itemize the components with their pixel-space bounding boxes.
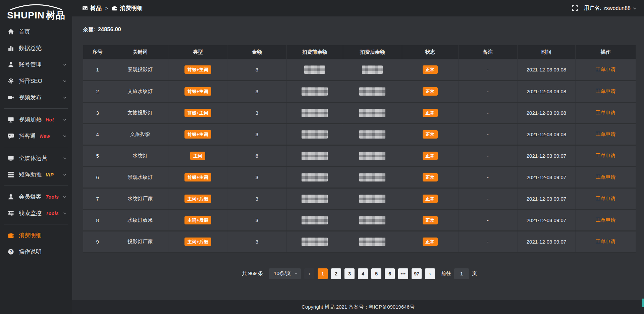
column-header: 备注	[458, 45, 517, 59]
member-icon	[8, 194, 14, 200]
breadcrumb-item-current[interactable]: 消费明细	[112, 4, 143, 12]
cell-balance-before	[286, 81, 343, 102]
page-number-button[interactable]: 4	[358, 268, 368, 279]
sidebar-divider	[4, 147, 68, 147]
cell-keyword: 文旅投影	[112, 123, 168, 145]
work-order-link[interactable]: 工单申请	[595, 239, 615, 244]
sidebar-item[interactable]: 线索监控Tools	[0, 205, 72, 221]
logo[interactable]: SHUPIN树品	[0, 0, 72, 23]
cell-remark: -	[458, 188, 517, 209]
sidebar-item[interactable]: 会员爆客Tools	[0, 189, 72, 205]
fullscreen-icon	[572, 5, 578, 11]
copyright-text: Copyright 树品 2021 备案号：粤ICP备09019646号	[302, 304, 415, 310]
balance-line: 余额:24856.00	[83, 27, 636, 33]
type-badge: 前缀+主词	[184, 173, 211, 181]
sidebar-item-badge: Tools	[46, 194, 59, 200]
sidebar-item[interactable]: 数据总览	[0, 40, 72, 56]
page-number-button[interactable]: 3	[344, 268, 355, 279]
screen-icon	[8, 155, 14, 161]
cell-balance-after	[343, 59, 402, 81]
goto-suffix: 页	[472, 270, 477, 277]
cell-status: 正常	[402, 102, 458, 123]
work-order-link[interactable]: 工单申请	[595, 196, 615, 201]
sliders-icon	[8, 210, 14, 216]
sidebar-item[interactable]: 抖客通New	[0, 128, 72, 144]
cell-keyword: 文旅投影灯	[112, 102, 168, 123]
user-menu[interactable]: 用户名: zswodun88	[584, 5, 637, 12]
masked-balance-after	[359, 152, 385, 160]
page-number-button[interactable]: 2	[331, 268, 341, 279]
cell-amount: 6	[227, 145, 286, 166]
work-order-link[interactable]: 工单申请	[595, 153, 615, 158]
work-order-link[interactable]: 工单申请	[595, 217, 615, 223]
cell-action: 工单申请	[575, 145, 636, 166]
topbar-right: 用户名: zswodun88	[572, 5, 637, 12]
masked-balance-before	[302, 238, 328, 246]
type-badge: 前缀+主词	[184, 65, 211, 74]
cell-type: 主词+后缀	[168, 188, 227, 209]
sidebar-item[interactable]: 视频发布	[0, 89, 72, 106]
sidebar-item[interactable]: 视频加热Hot	[0, 111, 72, 128]
status-badge: 正常	[423, 173, 438, 181]
cell-type: 前缀+主词	[168, 102, 227, 123]
breadcrumb-item-home[interactable]: 树品	[82, 4, 102, 12]
sidebar-item[interactable]: 消费明细	[0, 227, 72, 244]
status-badge: 正常	[423, 238, 438, 246]
sidebar-item[interactable]: 首页	[0, 23, 72, 40]
sidebar-item-badge: Hot	[46, 117, 54, 122]
consumption-table: 序号关键词类型金额扣费前余额扣费后余额状态备注时间操作 1 景观投影灯 前缀+主…	[83, 45, 636, 253]
cell-remark: -	[458, 102, 517, 123]
cell-amount: 3	[227, 209, 286, 231]
sidebar-item[interactable]: 矩阵助推VIP	[0, 166, 72, 183]
cell-action: 工单申请	[575, 209, 636, 231]
goto-page-input[interactable]	[454, 268, 469, 279]
page-number-button[interactable]: 6	[385, 268, 395, 279]
table-row: 1 景观投影灯 前缀+主词 3 正常 - 2021-12-03 09:08 工单…	[83, 59, 636, 81]
cell-type: 前缀+主词	[168, 81, 227, 102]
work-order-link[interactable]: 工单申请	[595, 88, 615, 94]
page-size-select[interactable]: 10条/页	[269, 268, 301, 279]
sidebar-item-badge: New	[40, 134, 50, 139]
prev-page-button[interactable]: ‹	[304, 268, 314, 279]
cell-action: 工单申请	[575, 59, 636, 81]
cell-action: 工单申请	[575, 102, 636, 123]
breadcrumb-label: 树品	[90, 4, 102, 12]
page-number-button[interactable]: 5	[371, 268, 381, 279]
masked-balance-after	[359, 216, 385, 224]
masked-balance-after	[359, 238, 385, 246]
cell-balance-before	[286, 231, 343, 252]
cell-amount: 3	[227, 231, 286, 252]
cell-keyword: 水纹灯	[112, 145, 168, 166]
next-page-button[interactable]: ›	[425, 268, 435, 279]
work-order-link[interactable]: 工单申请	[595, 66, 615, 72]
cell-index: 3	[83, 102, 112, 123]
sidebar-item-label: 抖客通	[19, 132, 36, 140]
sidebar-item[interactable]: ?操作说明	[0, 244, 72, 260]
cell-balance-after	[343, 123, 402, 145]
work-order-link[interactable]: 工单申请	[595, 131, 615, 137]
cell-balance-after	[343, 166, 402, 188]
cell-action: 工单申请	[575, 231, 636, 252]
cell-index: 1	[83, 59, 112, 81]
status-badge: 正常	[423, 152, 438, 160]
sidebar-item[interactable]: 全媒体运营	[0, 150, 72, 166]
work-order-link[interactable]: 工单申请	[595, 110, 615, 115]
cell-time: 2021-12-03 09:07	[517, 231, 575, 252]
cell-action: 工单申请	[575, 123, 636, 145]
cell-index: 5	[83, 145, 112, 166]
status-badge: 正常	[423, 109, 438, 117]
sidebar-item[interactable]: 抖音SEO	[0, 73, 72, 89]
page-ellipsis-button[interactable]: •••	[398, 268, 408, 279]
cell-keyword: 文旅水纹灯	[112, 81, 168, 102]
page-size-value: 10条/页	[274, 270, 291, 277]
page-number-button[interactable]: 1	[318, 268, 328, 279]
cell-action: 工单申请	[575, 188, 636, 209]
column-header: 扣费前余额	[286, 45, 343, 59]
cell-status: 正常	[402, 81, 458, 102]
status-badge: 正常	[423, 130, 438, 139]
cell-keyword: 水纹灯效果	[112, 209, 168, 231]
work-order-link[interactable]: 工单申请	[595, 174, 615, 180]
fullscreen-button[interactable]	[572, 5, 579, 12]
page-number-button[interactable]: 97	[412, 268, 422, 279]
sidebar-item[interactable]: 账号管理	[0, 56, 72, 73]
